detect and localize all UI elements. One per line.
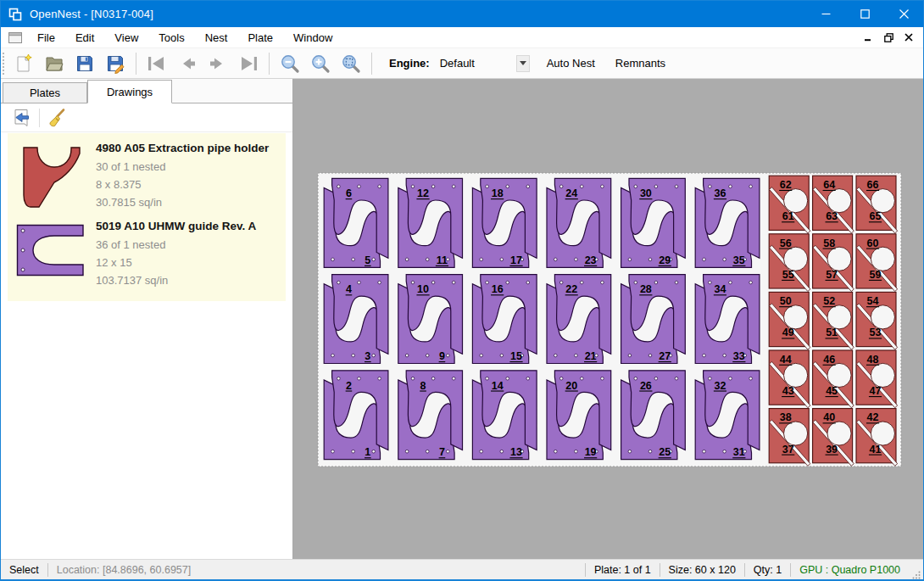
part-number-label[interactable]: 36 — [714, 187, 726, 199]
zoom-out-button[interactable] — [276, 51, 303, 76]
tab-drawings[interactable]: Drawings — [87, 80, 172, 103]
last-plate-button[interactable] — [235, 51, 262, 76]
mdi-close-button[interactable] — [899, 28, 918, 47]
part-number-label[interactable]: 8 — [420, 380, 426, 392]
nested-part-pair-red[interactable]: 6665 — [856, 176, 898, 233]
part-number-label[interactable]: 14 — [492, 380, 504, 392]
engine-dropdown-button[interactable] — [516, 55, 530, 72]
engine-select[interactable]: Default — [440, 57, 515, 70]
minimize-button[interactable] — [806, 1, 845, 27]
part-number-label[interactable]: 61 — [782, 210, 794, 222]
part-number-label[interactable]: 20 — [565, 380, 577, 392]
auto-nest-button[interactable]: Auto Nest — [543, 54, 598, 72]
new-nest-button[interactable] — [10, 51, 37, 76]
part-number-label[interactable]: 7 — [439, 446, 445, 458]
clear-drawings-button[interactable] — [44, 106, 70, 130]
save-button[interactable] — [71, 51, 98, 76]
nested-part-pair-red[interactable]: 5251 — [813, 292, 854, 349]
part-number-label[interactable]: 65 — [870, 210, 882, 222]
menu-item-view[interactable]: View — [104, 27, 148, 48]
nest-canvas[interactable]: 6512111817242330293635431091615222128273… — [293, 79, 923, 559]
part-number-label[interactable]: 37 — [782, 444, 794, 455]
open-button[interactable] — [41, 51, 68, 76]
part-number-label[interactable]: 47 — [870, 385, 882, 397]
nested-part-pair-red[interactable]: 6059 — [856, 234, 898, 292]
plate-view[interactable]: 6512111817242330293635431091615222128273… — [293, 79, 923, 559]
part-number-label[interactable]: 64 — [823, 179, 835, 191]
part-number-label[interactable]: 31 — [733, 446, 745, 458]
part-number-label[interactable]: 27 — [659, 350, 671, 362]
part-number-label[interactable]: 18 — [492, 187, 504, 199]
part-number-label[interactable]: 46 — [823, 354, 835, 366]
nested-part-pair-red[interactable]: 4645 — [813, 350, 854, 408]
part-number-label[interactable]: 42 — [867, 411, 879, 423]
part-number-label[interactable]: 30 — [640, 187, 652, 199]
nested-part-pair-red[interactable]: 5857 — [813, 234, 854, 292]
part-number-label[interactable]: 26 — [640, 380, 652, 392]
part-number-label[interactable]: 17 — [510, 254, 522, 266]
part-number-label[interactable]: 52 — [823, 295, 835, 307]
first-plate-button[interactable] — [143, 51, 170, 76]
part-number-label[interactable]: 50 — [780, 295, 792, 307]
part-number-label[interactable]: 35 — [733, 254, 745, 266]
part-number-label[interactable]: 56 — [780, 237, 792, 249]
zoom-extents-button[interactable] — [337, 51, 365, 76]
part-number-label[interactable]: 1 — [365, 446, 370, 458]
part-number-label[interactable]: 33 — [733, 350, 745, 362]
part-number-label[interactable]: 25 — [659, 446, 671, 458]
toolbar-grip[interactable] — [3, 53, 8, 75]
part-number-label[interactable]: 6 — [346, 187, 352, 199]
nested-part-pair-red[interactable]: 4847 — [856, 350, 898, 408]
menu-item-tools[interactable]: Tools — [148, 27, 194, 48]
part-number-label[interactable]: 58 — [823, 237, 835, 249]
mdi-child-system-icon[interactable] — [8, 32, 22, 43]
drawing-item[interactable]: 5019 A10 UHMW guide Rev. A 36 of 1 neste… — [8, 216, 286, 294]
menu-item-window[interactable]: Window — [283, 27, 342, 48]
part-number-label[interactable]: 53 — [870, 327, 882, 338]
part-number-label[interactable]: 54 — [867, 295, 879, 307]
part-number-label[interactable]: 49 — [782, 327, 794, 338]
part-number-label[interactable]: 57 — [826, 269, 838, 281]
tab-plates[interactable]: Plates — [3, 82, 87, 103]
import-drawing-button[interactable] — [9, 106, 35, 130]
nested-part-pair-red[interactable]: 6261 — [769, 176, 810, 233]
part-number-label[interactable]: 44 — [780, 354, 792, 366]
nested-part-pair-red[interactable]: 4241 — [856, 409, 898, 466]
resize-grip[interactable] — [912, 571, 921, 579]
nested-part-pair-red[interactable]: 5453 — [856, 292, 898, 349]
part-number-label[interactable]: 62 — [780, 179, 792, 191]
part-number-label[interactable]: 5 — [365, 254, 370, 266]
part-number-label[interactable]: 19 — [585, 446, 597, 458]
nested-part-pair-red[interactable]: 5049 — [769, 292, 810, 349]
remnants-button[interactable]: Remnants — [612, 54, 669, 72]
mdi-minimize-button[interactable] — [859, 28, 877, 47]
part-number-label[interactable]: 40 — [823, 411, 835, 423]
save-as-button[interactable] — [102, 51, 129, 76]
part-number-label[interactable]: 39 — [826, 444, 838, 455]
part-number-label[interactable]: 60 — [867, 237, 879, 249]
part-number-label[interactable]: 41 — [870, 444, 882, 455]
nested-part-pair-red[interactable]: 4443 — [769, 350, 810, 408]
menu-item-plate[interactable]: Plate — [237, 27, 283, 48]
nested-part-pair-red[interactable]: 4039 — [813, 409, 854, 466]
part-number-label[interactable]: 43 — [782, 385, 794, 397]
part-number-label[interactable]: 59 — [870, 269, 882, 281]
previous-plate-button[interactable] — [174, 51, 201, 76]
part-number-label[interactable]: 28 — [640, 283, 652, 295]
part-number-label[interactable]: 24 — [565, 187, 577, 199]
part-number-label[interactable]: 45 — [826, 385, 838, 397]
part-number-label[interactable]: 55 — [782, 269, 794, 281]
part-number-label[interactable]: 10 — [417, 283, 429, 295]
maximize-button[interactable] — [845, 1, 884, 27]
part-number-label[interactable]: 2 — [346, 380, 352, 392]
part-number-label[interactable]: 4 — [346, 283, 352, 295]
part-number-label[interactable]: 13 — [510, 446, 522, 458]
part-number-label[interactable]: 34 — [714, 283, 726, 295]
part-number-label[interactable]: 32 — [714, 380, 726, 392]
part-number-label[interactable]: 23 — [585, 254, 597, 266]
next-plate-button[interactable] — [204, 51, 231, 76]
nested-part-pair-red[interactable]: 6463 — [813, 176, 854, 233]
zoom-in-button[interactable] — [307, 51, 334, 76]
nested-part-pair-red[interactable]: 3837 — [769, 409, 810, 466]
mdi-restore-button[interactable] — [879, 28, 898, 47]
